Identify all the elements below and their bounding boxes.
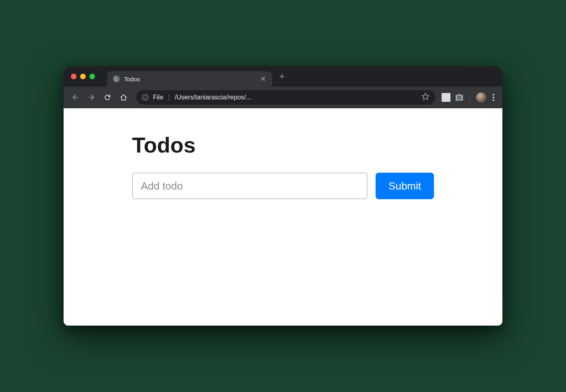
window-maximize-button[interactable] [89, 74, 95, 79]
page-content: Todos Submit [64, 108, 502, 326]
camera-icon[interactable] [454, 93, 464, 101]
home-button[interactable] [118, 91, 130, 103]
info-icon[interactable] [142, 94, 149, 101]
back-button[interactable] [69, 91, 81, 103]
tab-title: Todos [124, 76, 255, 83]
forward-button[interactable] [85, 91, 97, 103]
window-close-button[interactable] [71, 74, 76, 79]
toolbar-divider [470, 93, 470, 102]
extension-icon[interactable] [442, 93, 450, 102]
window-controls [71, 74, 95, 79]
globe-icon [113, 75, 120, 83]
new-tab-button[interactable]: + [279, 71, 285, 82]
browser-window: Todos ✕ + File | /Users/taniarascia/repo… [64, 66, 502, 326]
browser-toolbar: File | /Users/taniarascia/repos/... [64, 87, 502, 108]
svg-marker-0 [422, 93, 429, 100]
browser-tab-strip: Todos ✕ + [64, 66, 502, 87]
url-scheme: File [153, 94, 163, 101]
page-title: Todos [132, 132, 434, 157]
todo-form: Submit [132, 173, 434, 199]
submit-button[interactable]: Submit [376, 173, 434, 199]
url-path: /Users/taniarascia/repos/... [175, 94, 417, 101]
close-icon[interactable]: ✕ [259, 74, 266, 83]
address-bar[interactable]: File | /Users/taniarascia/repos/... [136, 90, 435, 105]
kebab-menu-icon[interactable] [490, 91, 497, 103]
profile-avatar[interactable] [476, 92, 486, 103]
url-divider: | [168, 94, 170, 101]
todo-input[interactable] [132, 173, 368, 199]
bookmark-star-icon[interactable] [421, 93, 430, 102]
browser-tab[interactable]: Todos ✕ [107, 71, 272, 87]
reload-button[interactable] [101, 91, 114, 103]
window-minimize-button[interactable] [80, 74, 86, 79]
